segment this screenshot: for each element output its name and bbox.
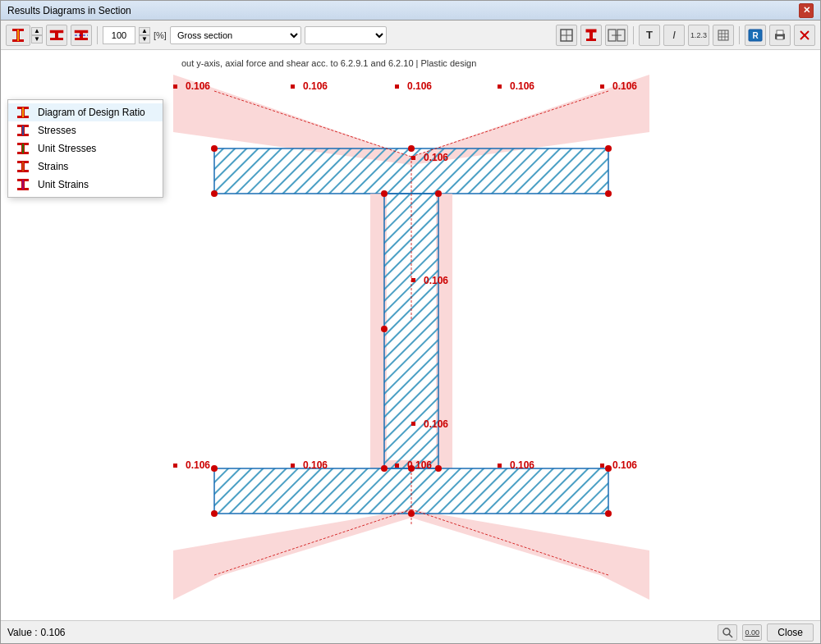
status-icons: 0.00 — [718, 624, 762, 641]
svg-rect-75 — [291, 84, 295, 89]
menu-item-unit-strains[interactable]: Unit Strains — [8, 176, 163, 194]
svg-text:0.106: 0.106 — [424, 152, 448, 163]
close-tool-button[interactable] — [794, 25, 815, 46]
separator-1 — [97, 26, 98, 44]
value-display: 0.106 — [40, 627, 65, 638]
svg-text:0.106: 0.106 — [424, 418, 448, 430]
svg-text:0.106: 0.106 — [510, 459, 534, 471]
svg-point-44 — [435, 190, 442, 197]
main-canvas: out y-axis, axial force and shear acc. t… — [1, 50, 820, 620]
svg-point-47 — [435, 465, 442, 472]
export-button[interactable]: R — [745, 25, 766, 46]
svg-rect-80 — [411, 278, 415, 282]
svg-point-39 — [211, 145, 218, 152]
svg-rect-16 — [586, 39, 596, 41]
section-detail-dropdown[interactable] — [305, 26, 387, 44]
svg-rect-6 — [50, 38, 63, 40]
canvas-area: out y-axis, axial force and shear acc. t… — [1, 50, 820, 620]
svg-point-50 — [605, 465, 612, 472]
svg-text:R: R — [752, 31, 759, 40]
coordinates-button[interactable]: 0.00 — [742, 624, 762, 641]
window-close-button[interactable]: ✕ — [799, 3, 814, 18]
number-format-button[interactable]: 1.2.3 — [688, 25, 709, 46]
zoom-fit-button[interactable] — [605, 25, 628, 46]
toolbar: ▲ ▼ ▲ ▼ [%] — [1, 21, 820, 50]
dropdown-down-button[interactable]: ▼ — [31, 35, 43, 43]
zoom-unit-label: [%] — [154, 30, 167, 40]
italic-text-button[interactable]: I — [663, 25, 685, 46]
window-title: Results Diagrams in Section — [7, 5, 131, 16]
svg-rect-28 — [777, 30, 783, 34]
svg-text:0.106: 0.106 — [612, 80, 637, 92]
svg-text:0.106: 0.106 — [186, 459, 210, 471]
close-button[interactable]: Close — [767, 623, 814, 642]
svg-point-46 — [381, 326, 388, 332]
svg-point-42 — [211, 190, 218, 197]
svg-rect-14 — [586, 30, 596, 32]
table-button[interactable] — [713, 25, 734, 46]
menu-item-strains[interactable]: Strains — [8, 158, 163, 176]
svg-rect-9 — [75, 38, 88, 40]
svg-rect-81 — [411, 422, 415, 426]
svg-point-48 — [381, 465, 388, 472]
svg-point-43 — [381, 190, 388, 197]
svg-rect-76 — [395, 84, 399, 89]
diagram-type-button[interactable] — [6, 25, 30, 46]
search-status-button[interactable] — [718, 624, 737, 641]
svg-text:0.106: 0.106 — [510, 80, 534, 92]
section-diagram: 0.106 0.106 0.106 0.106 0.106 0.106 0.10… — [165, 66, 658, 620]
stresses-icon — [15, 124, 31, 137]
menu-item-stresses[interactable]: Stresses — [8, 121, 163, 139]
unit-stresses-icon — [15, 142, 31, 155]
menu-item-unit-stresses[interactable]: Unit Stresses — [8, 139, 163, 158]
zoom-down-button[interactable]: ▼ — [139, 35, 150, 43]
svg-rect-79 — [411, 156, 415, 160]
status-bar: Value : 0.106 0.00 Close — [1, 620, 820, 643]
svg-point-45 — [605, 190, 612, 197]
svg-rect-82 — [173, 464, 177, 468]
title-bar: Results Diagrams in Section ✕ — [1, 1, 820, 21]
svg-rect-86 — [600, 464, 604, 468]
menu-item-design-ratio[interactable]: Diagram of Design Ratio — [8, 103, 163, 121]
svg-text:0.106: 0.106 — [612, 459, 637, 471]
svg-rect-74 — [173, 84, 177, 89]
dropdown-menu: Diagram of Design Ratio Stresses — [7, 99, 163, 198]
beam-view-button[interactable] — [46, 25, 67, 46]
svg-text:0.106: 0.106 — [303, 459, 328, 471]
print-button[interactable] — [769, 25, 791, 46]
svg-point-49 — [211, 465, 218, 472]
main-window: Results Diagrams in Section ✕ ▲ ▼ — [0, 0, 821, 644]
svg-rect-7 — [75, 30, 88, 33]
svg-text:0.106: 0.106 — [424, 275, 448, 286]
dropdown-up-button[interactable]: ▲ — [31, 27, 43, 35]
svg-point-40 — [408, 145, 415, 152]
svg-rect-85 — [498, 464, 502, 468]
svg-rect-77 — [498, 84, 502, 89]
svg-rect-83 — [291, 464, 295, 468]
svg-rect-15 — [589, 32, 593, 39]
svg-point-53 — [605, 510, 612, 517]
strains-icon — [15, 160, 31, 173]
svg-rect-29 — [777, 36, 783, 39]
svg-text:0.106: 0.106 — [303, 80, 328, 92]
svg-point-51 — [211, 510, 218, 517]
value-label: Value : — [7, 627, 37, 638]
zoom-up-button[interactable]: ▲ — [139, 27, 150, 35]
separator-2 — [633, 26, 634, 44]
beam-view2-button[interactable] — [71, 25, 92, 46]
zoom-input[interactable] — [103, 26, 135, 44]
design-ratio-icon — [15, 106, 31, 119]
unit-strains-icon — [15, 178, 31, 191]
section-select-button[interactable] — [580, 25, 602, 46]
svg-rect-84 — [395, 464, 399, 468]
svg-rect-20 — [718, 30, 728, 40]
svg-point-107 — [723, 628, 730, 635]
svg-point-41 — [605, 145, 612, 152]
svg-text:0.106: 0.106 — [407, 459, 432, 471]
select-tool-button[interactable] — [556, 25, 577, 46]
svg-rect-4 — [50, 30, 63, 33]
text-tool-button[interactable]: T — [639, 25, 660, 46]
svg-rect-78 — [600, 84, 604, 89]
separator-3 — [739, 26, 740, 44]
gross-section-dropdown[interactable]: Gross section — [170, 26, 301, 44]
